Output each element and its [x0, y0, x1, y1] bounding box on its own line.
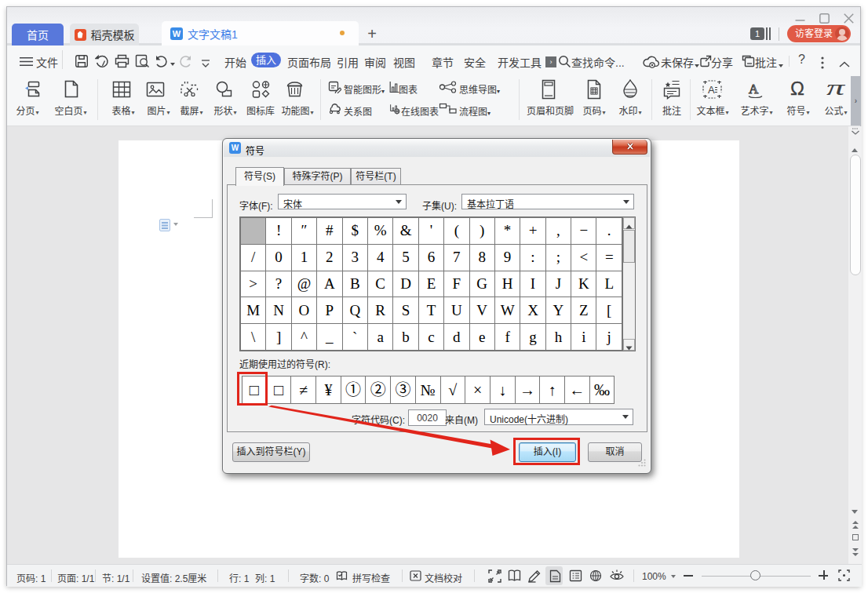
svg-text:π: π	[826, 77, 846, 99]
svg-text:Ω: Ω	[790, 78, 804, 99]
svg-text:A: A	[749, 82, 759, 96]
svg-text:A: A	[708, 84, 715, 96]
